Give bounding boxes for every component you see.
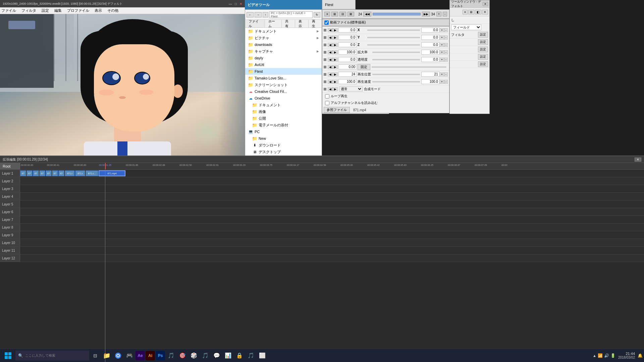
- clip-871-mp4-selected[interactable]: 871.mp4: [99, 170, 125, 176]
- tab-share[interactable]: 共有: [282, 20, 295, 27]
- prop-y-dec[interactable]: -: [444, 36, 448, 40]
- clip-871c[interactable]: 871.c...: [86, 170, 98, 176]
- search-box[interactable]: 🔍 ここに入力して検索: [15, 351, 89, 361]
- layer-3-content[interactable]: [20, 185, 644, 192]
- prop-x-left[interactable]: ◀: [328, 28, 333, 32]
- layer-5-content[interactable]: [20, 200, 644, 208]
- tb-clock[interactable]: 21:44 2018/03/02: [617, 352, 636, 359]
- tb-icon-6[interactable]: 🎲: [189, 350, 199, 361]
- clip-87-2[interactable]: 87: [26, 170, 33, 176]
- prop-pb-left[interactable]: ◀: [328, 72, 333, 76]
- menu-view[interactable]: 表示: [95, 8, 102, 13]
- layer-8-content[interactable]: [20, 224, 644, 231]
- prop-x-inc[interactable]: +: [440, 28, 444, 32]
- prop-z-dec[interactable]: -: [444, 43, 448, 47]
- fe-back-btn[interactable]: ←: [247, 12, 254, 17]
- clip-87-7[interactable]: 87: [58, 170, 64, 176]
- tree-item-onedrive-email[interactable]: 📁電子メールの添付: [245, 122, 322, 128]
- menu-other[interactable]: その他: [107, 8, 118, 13]
- tb-icon-ai[interactable]: Ai: [146, 351, 155, 360]
- prop-alpha-checkbox[interactable]: [325, 101, 329, 105]
- prop-opacity-value[interactable]: 0.0: [338, 57, 357, 62]
- layer-10-content[interactable]: [20, 239, 644, 246]
- prop-spd-dec[interactable]: -: [444, 80, 448, 84]
- prop-rot-btn[interactable]: 固定: [358, 64, 370, 70]
- layer-7-content[interactable]: [20, 216, 644, 223]
- tb-file-explorer[interactable]: 📁: [101, 350, 112, 361]
- menu-profile[interactable]: プロファイル: [67, 8, 89, 13]
- prop-rot-left[interactable]: ◀: [328, 65, 333, 69]
- prop-blend-left[interactable]: ◀: [328, 87, 333, 91]
- prop-spd-value[interactable]: 100.0: [338, 79, 357, 84]
- prop-loop-checkbox[interactable]: [325, 94, 329, 99]
- clip-87-1[interactable]: 87: [20, 170, 26, 176]
- timeline-close[interactable]: ✕: [635, 158, 641, 162]
- prop-scale-dec[interactable]: -: [444, 50, 448, 54]
- clip-87-5[interactable]: 87: [46, 170, 52, 176]
- menu-settings[interactable]: 設定: [42, 8, 49, 13]
- prop-x-value2[interactable]: 0.0: [421, 27, 440, 33]
- tb-icon-4[interactable]: 🎵: [166, 350, 176, 361]
- tb-icon-ae[interactable]: Ae: [136, 351, 145, 360]
- clip-87-6[interactable]: 87: [52, 170, 58, 176]
- menu-edit[interactable]: 編集: [54, 8, 62, 13]
- prop-prev-frame[interactable]: ◀◀: [363, 12, 371, 16]
- prop-y-value[interactable]: 0.0: [338, 35, 357, 40]
- prop-pb-value[interactable]: 24: [338, 72, 357, 77]
- tab-file[interactable]: ファイル: [245, 20, 265, 27]
- tree-item-creative-cloud[interactable]: ☁Creative Cloud Fil...: [245, 88, 322, 95]
- tools-set-4[interactable]: 設定: [478, 39, 488, 45]
- clip-871t-1[interactable]: 871.t: [65, 170, 75, 176]
- tree-item-screenshot[interactable]: 📁スクリーンショット: [245, 81, 322, 88]
- prop-grid-btn1[interactable]: ≡: [324, 12, 330, 16]
- fe-refresh-btn[interactable]: ↻: [314, 12, 320, 17]
- prop-scale-inc[interactable]: +: [440, 50, 444, 54]
- prop-sub-frame[interactable]: -: [443, 12, 447, 16]
- tree-item-aviutl[interactable]: 📁AviUtl: [245, 61, 322, 68]
- minimize-button[interactable]: —: [229, 2, 232, 6]
- tb-icon-10[interactable]: 🔒: [234, 350, 245, 361]
- tools-close-btn[interactable]: ✕: [483, 2, 488, 6]
- prop-z-right[interactable]: ▶: [333, 43, 338, 47]
- tree-item-tamako[interactable]: 📁Tamako Love Sto...: [245, 75, 322, 81]
- prop-z-inc[interactable]: +: [440, 43, 444, 47]
- tab-play[interactable]: 再生: [309, 20, 322, 27]
- prop-x-dec[interactable]: -: [444, 28, 448, 32]
- close-button[interactable]: ✕: [239, 2, 242, 6]
- prop-pb-inc[interactable]: +: [440, 72, 444, 76]
- menu-file[interactable]: ファイル: [1, 8, 16, 13]
- tab-home[interactable]: ホーム: [265, 20, 282, 27]
- prop-scale-value[interactable]: 100.0: [338, 50, 357, 55]
- prop-scale-left[interactable]: ◀: [328, 50, 333, 54]
- prop-frame-slider[interactable]: [373, 13, 420, 15]
- tree-item-desktop[interactable]: 🖥デスクトップ: [245, 148, 322, 155]
- prop-next-frame[interactable]: ▶▶: [422, 12, 430, 16]
- prop-blend-select[interactable]: 通常: [339, 86, 363, 92]
- tools-set-3[interactable]: 設定: [478, 32, 488, 38]
- menu-filter[interactable]: フィルタ: [21, 8, 36, 13]
- prop-spd-left[interactable]: ◀: [328, 80, 333, 84]
- prop-opacity-right[interactable]: ▶: [333, 58, 338, 62]
- tree-item-downloads[interactable]: 📁downloads: [245, 41, 322, 48]
- prop-add-frame[interactable]: +: [436, 12, 441, 16]
- tb-icon-5[interactable]: 🎯: [177, 350, 188, 361]
- maximize-button[interactable]: □: [235, 2, 237, 6]
- layer-12-content[interactable]: [20, 254, 644, 262]
- tb-notification[interactable]: 🔔: [638, 353, 643, 358]
- tree-item-documents[interactable]: 📁ドキュメント▶: [245, 28, 322, 35]
- tb-battery[interactable]: 🔋: [610, 353, 615, 358]
- tb-icon-9[interactable]: 📊: [223, 350, 233, 361]
- tools-btn1[interactable]: ≡: [463, 10, 468, 14]
- fe-forward-btn[interactable]: →: [255, 12, 262, 17]
- prop-grid-btn3[interactable]: ⊟: [339, 12, 346, 16]
- prop-rot-right[interactable]: ▶: [333, 65, 338, 69]
- tools-set-5[interactable]: 設定: [478, 47, 488, 52]
- root-label[interactable]: Root: [0, 163, 20, 169]
- fe-up-btn[interactable]: ↑: [263, 12, 268, 17]
- tools-btn4[interactable]: ✕: [482, 10, 488, 14]
- layer-2-content[interactable]: [20, 177, 644, 185]
- prop-file-checkbox[interactable]: [324, 20, 329, 25]
- tree-item-pc-downloads[interactable]: ⬇ダウンロード: [245, 142, 322, 148]
- tree-item-pictures[interactable]: 📁ピクチャ▶: [245, 35, 322, 41]
- prop-ref-btn[interactable]: 参照ファイル: [324, 107, 350, 113]
